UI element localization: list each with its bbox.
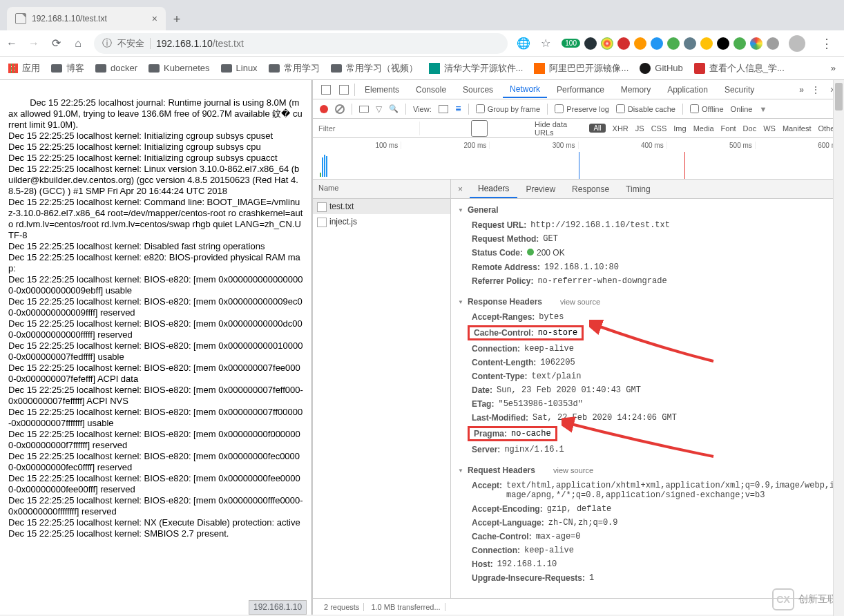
ext-icon[interactable] — [584, 37, 597, 50]
timeline-bar — [326, 156, 327, 177]
ext-icon[interactable] — [733, 37, 746, 50]
search-icon[interactable]: 🔍 — [389, 104, 399, 113]
filter-xhr[interactable]: XHR — [613, 124, 629, 133]
filter-css[interactable]: CSS — [651, 124, 667, 133]
ext-icon[interactable] — [750, 37, 763, 50]
back-button[interactable]: ← — [6, 37, 18, 50]
offline-checkbox[interactable]: Offline — [690, 104, 724, 113]
clear-icon[interactable] — [335, 104, 345, 114]
filter-font[interactable]: Font — [721, 124, 736, 133]
bookmark-apps[interactable]: 应用 — [8, 62, 40, 75]
throttling-select[interactable]: Online — [731, 105, 753, 113]
bookmark-folder[interactable]: Linux — [221, 63, 258, 73]
highlighted-header: Cache-Control:no-store — [468, 325, 584, 340]
hide-data-urls-checkbox[interactable]: Hide data URLs — [427, 120, 582, 137]
menu-icon[interactable]: ⋮ — [815, 36, 838, 51]
inspect-icon[interactable] — [321, 85, 331, 95]
link-status-hover: 192.168.1.10 — [249, 600, 307, 615]
profile-icon[interactable] — [789, 35, 805, 52]
badge-100[interactable]: 100 — [562, 39, 580, 48]
home-button[interactable]: ⌂ — [72, 37, 84, 50]
bookmark-link[interactable]: 查看个人信息_学... — [694, 62, 785, 75]
tab-response[interactable]: Response — [564, 181, 617, 198]
filter-input[interactable] — [313, 122, 420, 135]
github-icon — [640, 63, 651, 74]
scrollbar-thumb[interactable] — [835, 83, 843, 110]
tab-elements[interactable]: Elements — [358, 82, 406, 97]
bookmark-folder[interactable]: 常用学习 — [269, 62, 320, 75]
chevron-down-icon[interactable]: ▼ — [759, 105, 767, 113]
bookmark-link[interactable]: 清华大学开源软件... — [429, 62, 524, 75]
ext-icon[interactable] — [634, 37, 646, 50]
ext-icon[interactable] — [651, 37, 663, 50]
filter-icon[interactable]: ▽ — [376, 104, 382, 114]
new-tab-button[interactable]: + — [166, 8, 188, 30]
preserve-log-checkbox[interactable]: Preserve log — [555, 104, 609, 113]
close-tab-icon[interactable]: × — [152, 13, 157, 24]
waterfall-icon[interactable]: ≣ — [455, 104, 461, 113]
filter-all[interactable]: All — [589, 124, 605, 133]
bookmark-folder[interactable]: 博客 — [51, 62, 84, 75]
timeline-bar — [320, 173, 321, 177]
info-icon[interactable]: ⓘ — [102, 37, 112, 50]
tab-title: 192.168.1.10/test.txt — [32, 14, 107, 23]
disable-cache-checkbox[interactable]: Disable cache — [616, 104, 675, 113]
request-item[interactable]: inject.js — [313, 214, 450, 229]
response-headers-section[interactable]: Response Headersview source — [451, 293, 844, 310]
ext-icon[interactable] — [617, 37, 630, 50]
ext-icon[interactable] — [700, 37, 713, 50]
bookmark-link[interactable]: GitHub — [640, 63, 682, 74]
timeline-marker — [579, 152, 579, 179]
ext-icon[interactable] — [601, 37, 613, 50]
folder-icon — [221, 64, 232, 73]
group-by-frame-checkbox[interactable]: Group by frame — [476, 104, 540, 113]
bookmark-folder[interactable]: 常用学习（视频） — [331, 62, 418, 75]
reload-button[interactable]: ⟳ — [50, 37, 62, 50]
tab-timing[interactable]: Timing — [617, 181, 659, 198]
device-toggle-icon[interactable] — [339, 85, 349, 95]
ext-icon[interactable] — [684, 37, 696, 50]
tab-console[interactable]: Console — [409, 82, 453, 97]
tab-network[interactable]: Network — [503, 81, 547, 98]
bookmark-folder[interactable]: Kubernetes — [148, 63, 210, 73]
tab-memory[interactable]: Memory — [614, 82, 658, 97]
translate-icon[interactable]: 🌐 — [517, 37, 530, 50]
network-timeline[interactable]: 100 ms 200 ms 300 ms 400 ms 500 ms 600 m… — [313, 138, 844, 180]
tab-preview[interactable]: Preview — [517, 181, 564, 198]
star-icon[interactable]: ☆ — [539, 37, 552, 50]
bookmark-link[interactable]: 阿里巴巴开源镜像... — [534, 62, 629, 75]
filter-doc[interactable]: Doc — [743, 124, 757, 133]
devtools-panel: Elements Console Sources Network Perform… — [312, 80, 844, 615]
large-rows-icon[interactable] — [439, 105, 448, 113]
tab-performance[interactable]: Performance — [550, 82, 611, 97]
filter-manifest[interactable]: Manifest — [783, 124, 812, 133]
bookmark-folder[interactable]: docker — [95, 63, 137, 73]
filter-js[interactable]: JS — [635, 124, 644, 133]
url-input[interactable]: ⓘ 不安全 192.168.1.10/test.txt — [94, 33, 508, 54]
filter-ws[interactable]: WS — [763, 124, 776, 133]
request-item[interactable]: test.txt — [313, 199, 450, 214]
record-icon[interactable] — [320, 105, 328, 113]
browser-tab[interactable]: 192.168.1.10/test.txt × — [7, 7, 166, 30]
settings-icon[interactable]: ⋮ — [807, 84, 825, 95]
list-header[interactable]: Name — [313, 180, 450, 199]
ext-icon[interactable] — [767, 37, 779, 50]
bookmarks-overflow-icon[interactable]: » — [831, 63, 836, 73]
general-section[interactable]: General — [451, 202, 844, 218]
screenshot-icon[interactable] — [359, 106, 369, 113]
vertical-scrollbar[interactable] — [833, 80, 844, 616]
more-tabs-icon[interactable]: » — [799, 85, 804, 95]
request-headers-section[interactable]: Request Headersview source — [451, 462, 844, 479]
ext-icon[interactable] — [717, 37, 729, 50]
tab-security[interactable]: Security — [718, 82, 761, 97]
close-detail-icon[interactable]: × — [451, 181, 470, 198]
filter-img[interactable]: Img — [673, 124, 686, 133]
timeline-bar — [322, 157, 323, 177]
tab-sources[interactable]: Sources — [456, 82, 500, 97]
tab-application[interactable]: Application — [660, 82, 715, 97]
forward-button[interactable]: → — [28, 37, 40, 50]
ext-icon[interactable] — [667, 37, 680, 50]
page-content: Dec 15 22:25:25 localhost journal: Runti… — [0, 80, 312, 615]
tab-headers[interactable]: Headers — [470, 180, 517, 198]
filter-media[interactable]: Media — [693, 124, 714, 133]
